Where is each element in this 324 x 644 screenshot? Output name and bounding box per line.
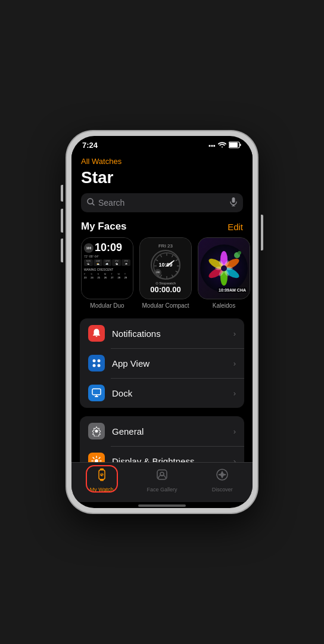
face-label-kaleidoscope: Kaleidos xyxy=(213,302,235,309)
svg-rect-44 xyxy=(95,396,98,397)
home-indicator[interactable] xyxy=(138,504,186,507)
stopwatch-time: 00:00.00 xyxy=(150,285,180,294)
menu-item-display-brightness[interactable]: Display & Brightness › xyxy=(80,446,244,462)
phone-frame: 7:24 ▪▪▪ xyxy=(67,131,257,513)
weather-cell: NOW 🌤 xyxy=(84,259,93,266)
face-time: 100 10:09 xyxy=(84,242,130,254)
notifications-icon xyxy=(88,325,105,342)
weather-cell: 11AM ⛅ xyxy=(94,259,102,266)
general-label: General xyxy=(112,426,226,436)
face-card-modular-compact[interactable]: FRI 23 100 xyxy=(139,237,192,299)
wifi-icon xyxy=(218,141,226,149)
tab-discover-label: Discover xyxy=(212,487,233,493)
dock-icon xyxy=(88,385,105,401)
menu-group-1: Notifications › App View › xyxy=(80,318,244,408)
mic-icon[interactable] xyxy=(230,197,237,208)
notifications-label: Notifications xyxy=(112,329,226,339)
dock-label: Dock xyxy=(112,388,226,398)
svg-rect-1 xyxy=(229,143,238,147)
side-button-volume-down xyxy=(61,239,63,262)
menu-item-general[interactable]: General › xyxy=(80,416,244,446)
svg-rect-57 xyxy=(100,469,104,470)
tab-discover[interactable]: Discover xyxy=(192,467,253,493)
svg-point-36 xyxy=(221,265,227,271)
svg-line-52 xyxy=(93,457,94,459)
tab-face-gallery[interactable]: Face Gallery xyxy=(132,467,192,493)
weather-temp: 72°·88°·64° xyxy=(84,255,130,258)
activity-ring: 100 xyxy=(84,243,94,253)
svg-rect-43 xyxy=(92,389,101,395)
side-button-mute xyxy=(61,185,63,202)
app-view-chevron: › xyxy=(233,359,236,368)
phone-screen: 7:24 ▪▪▪ xyxy=(71,136,253,508)
face-label-modular-duo: Modular Duo xyxy=(90,302,124,309)
tab-bar: My Watch Face Gallery xyxy=(71,462,253,502)
face-display-modular-compact: FRI 23 100 xyxy=(140,238,191,299)
discover-tab-icon xyxy=(215,467,229,485)
svg-point-42 xyxy=(98,364,101,367)
general-icon xyxy=(88,423,105,439)
face-card-kaleidoscope[interactable]: 10:09AM CHA xyxy=(198,237,250,299)
face-date: FRI 23 xyxy=(158,243,173,249)
edit-button[interactable]: Edit xyxy=(228,222,243,232)
notch xyxy=(138,136,186,148)
menu-item-notifications[interactable]: Notifications › xyxy=(80,318,244,348)
status-time: 7:24 xyxy=(82,141,98,150)
svg-point-47 xyxy=(95,459,98,462)
moon-phase: WANING CRESCENT xyxy=(84,268,130,271)
watch-dial: 100 xyxy=(151,250,180,280)
status-icons: ▪▪▪ xyxy=(208,141,242,150)
weather-cell: 2PM 🌧 xyxy=(122,259,130,266)
menu-group-2: General › xyxy=(80,416,244,462)
search-input[interactable]: Search xyxy=(98,198,226,208)
my-faces-title: My Faces xyxy=(81,221,127,233)
face-card-modular-duo[interactable]: 100 10:09 72°·88°·64° NOW 🌤 11AM xyxy=(81,237,133,299)
svg-rect-2 xyxy=(240,144,241,146)
svg-point-46 xyxy=(95,430,98,433)
svg-point-38 xyxy=(238,251,241,255)
side-button-volume-up xyxy=(61,209,63,233)
search-bar[interactable]: Search xyxy=(81,193,243,212)
tab-my-watch[interactable]: My Watch xyxy=(71,467,132,493)
display-brightness-label: Display & Brightness xyxy=(112,456,226,463)
kaleido-time-display: 10:09AM CHA xyxy=(217,287,247,293)
svg-line-11 xyxy=(176,259,177,261)
face-item-modular-compact[interactable]: FRI 23 100 xyxy=(139,237,192,309)
display-brightness-icon xyxy=(88,453,105,462)
face-gallery-tab-icon xyxy=(155,467,169,485)
svg-line-4 xyxy=(92,203,94,205)
page-title: Star xyxy=(71,167,253,193)
face-label-modular-compact: Modular Compact xyxy=(142,302,189,309)
svg-marker-65 xyxy=(219,472,226,478)
signal-icon: ▪▪▪ xyxy=(208,142,216,149)
face-item-kaleidoscope[interactable]: 10:09AM CHA Kaleidos xyxy=(198,237,250,309)
search-icon xyxy=(87,198,95,208)
svg-line-20 xyxy=(161,255,162,256)
svg-point-41 xyxy=(93,364,96,367)
svg-rect-58 xyxy=(100,479,104,481)
notifications-chevron: › xyxy=(233,329,236,338)
face-display-modular-duo: 100 10:09 72°·88°·64° NOW 🌤 11AM xyxy=(82,238,133,299)
main-content: All Watches Star Search xyxy=(71,152,253,462)
battery-icon xyxy=(229,141,242,150)
weather-cell: 12PM ☁️ xyxy=(103,259,112,266)
svg-point-40 xyxy=(98,360,101,363)
svg-line-10 xyxy=(172,255,173,256)
face-item-modular-duo[interactable]: 100 10:09 72°·88°·64° NOW 🌤 11AM xyxy=(81,237,133,309)
display-brightness-chevron: › xyxy=(233,457,236,463)
side-button-power xyxy=(261,215,263,250)
weather-cell: 1PM 🌦 xyxy=(112,259,121,266)
menu-item-app-view[interactable]: App View › xyxy=(80,348,244,378)
all-watches-link[interactable]: All Watches xyxy=(71,152,253,167)
tab-face-gallery-label: Face Gallery xyxy=(147,487,177,493)
general-chevron: › xyxy=(233,427,236,436)
menu-item-dock[interactable]: Dock › xyxy=(80,378,244,408)
svg-line-17 xyxy=(156,271,158,272)
svg-line-22 xyxy=(167,261,174,266)
calendar-mini: FSSMTWT 23242526272829 xyxy=(84,273,130,279)
app-view-label: App View xyxy=(112,358,226,369)
tab-my-watch-label: My Watch xyxy=(90,487,114,493)
faces-row: 100 10:09 72°·88°·64° NOW 🌤 11AM xyxy=(71,237,253,318)
svg-rect-5 xyxy=(232,197,235,203)
app-view-icon xyxy=(88,355,105,371)
